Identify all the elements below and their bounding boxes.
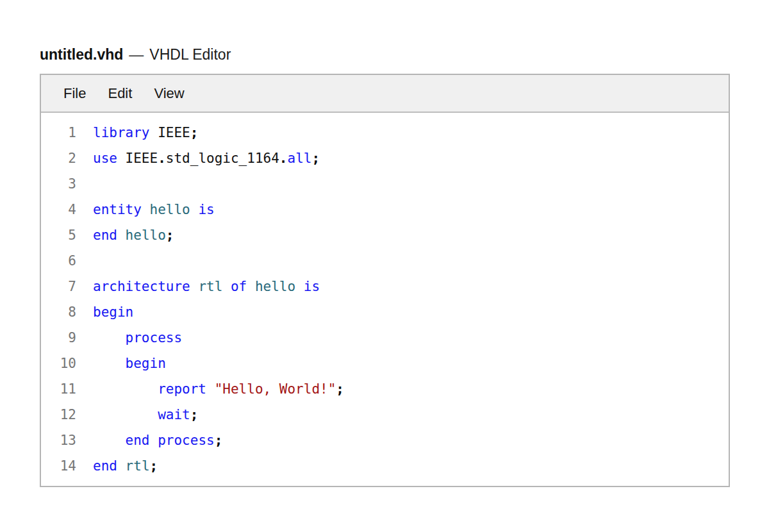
code-line[interactable]: 3	[41, 171, 729, 197]
code-line[interactable]: 8begin	[41, 299, 729, 325]
line-number: 5	[41, 222, 76, 248]
code-text: architecture rtl of hello is	[93, 274, 320, 299]
line-number: 9	[41, 325, 76, 351]
line-number: 14	[41, 453, 76, 479]
code-text: begin	[93, 299, 133, 325]
vhdl-editor-window: FileEditView 1library IEEE;2use IEEE.std…	[40, 74, 730, 487]
code-text: end rtl;	[93, 453, 158, 479]
window-title-filename: untitled.vhd	[40, 46, 123, 63]
code-text: report "Hello, World!";	[93, 376, 344, 402]
code-text: end hello;	[93, 222, 174, 248]
line-number: 12	[41, 402, 76, 428]
line-number: 13	[41, 428, 76, 453]
line-number: 10	[41, 351, 76, 376]
line-number: 11	[41, 376, 76, 402]
line-number: 1	[41, 120, 76, 145]
menu-item-file[interactable]: File	[62, 83, 87, 104]
code-text: wait;	[93, 402, 198, 428]
code-text: entity hello is	[93, 197, 215, 222]
code-line[interactable]: 10 begin	[41, 351, 729, 376]
code-line[interactable]: 2use IEEE.std_logic_1164.all;	[41, 145, 729, 171]
code-text: process	[93, 325, 182, 351]
line-number: 6	[41, 248, 76, 274]
code-line[interactable]: 14end rtl;	[41, 453, 729, 479]
line-number: 8	[41, 299, 76, 325]
code-line[interactable]: 11 report "Hello, World!";	[41, 376, 729, 402]
code-editor[interactable]: 1library IEEE;2use IEEE.std_logic_1164.a…	[41, 113, 729, 486]
code-line[interactable]: 13 end process;	[41, 428, 729, 453]
menu-item-edit[interactable]: Edit	[106, 83, 133, 104]
code-line[interactable]: 7architecture rtl of hello is	[41, 274, 729, 299]
line-number: 2	[41, 145, 76, 171]
menu-bar: FileEditView	[41, 75, 729, 113]
menu-item-view[interactable]: View	[153, 83, 185, 104]
window-title-app: VHDL Editor	[149, 46, 231, 63]
code-text: use IEEE.std_logic_1164.all;	[93, 145, 320, 171]
code-line[interactable]: 12 wait;	[41, 402, 729, 428]
line-number: 3	[41, 171, 76, 197]
window-title: untitled.vhd—VHDL Editor	[40, 46, 231, 63]
line-number: 7	[41, 274, 76, 299]
code-text: end process;	[93, 428, 222, 453]
code-text: library IEEE;	[93, 120, 198, 145]
code-text: begin	[93, 351, 166, 376]
code-line[interactable]: 4entity hello is	[41, 197, 729, 222]
window-title-separator: —	[129, 46, 144, 63]
line-number: 4	[41, 197, 76, 222]
code-line[interactable]: 6	[41, 248, 729, 274]
code-line[interactable]: 5end hello;	[41, 222, 729, 248]
code-line[interactable]: 9 process	[41, 325, 729, 351]
code-line[interactable]: 1library IEEE;	[41, 120, 729, 145]
